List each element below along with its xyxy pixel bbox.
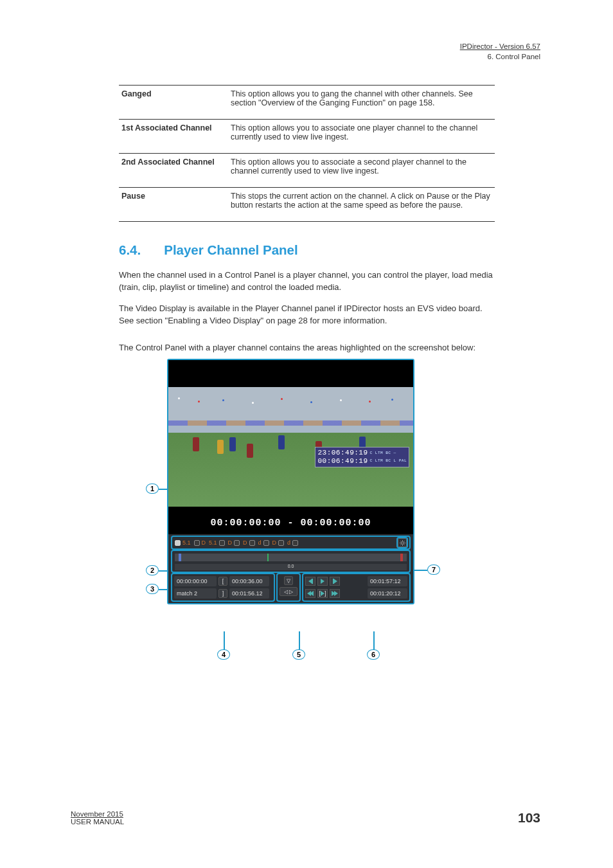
callout-2: 2 xyxy=(146,565,159,575)
opt-desc: This option allows you to gang the chann… xyxy=(228,86,495,120)
hdr-chapter: 6. Control Panel xyxy=(488,53,540,60)
clip-info-panel: 00:00:00:00 [ 00:00:36.00 match 2 ] 00:0… xyxy=(172,574,274,601)
section-number: 6.4. xyxy=(119,242,141,258)
callout-1: 1 xyxy=(146,484,159,494)
step-forward-button[interactable] xyxy=(330,577,340,586)
callout-6: 6 xyxy=(367,649,380,660)
tc-field[interactable]: 00:00:00:00 xyxy=(174,576,217,586)
callout-3: 3 xyxy=(146,584,159,594)
page-number: 103 xyxy=(518,810,540,826)
rewind-button[interactable] xyxy=(305,589,315,598)
dropdown-icon[interactable]: ▽ xyxy=(284,576,293,585)
figure-leadin: The Control Panel with a player channel … xyxy=(119,343,495,352)
audio-channels-row[interactable]: 5.1 D 5.1 D D d D d xyxy=(172,537,409,548)
in-tc-field[interactable]: 00:00:36.00 xyxy=(229,576,269,586)
audio-ch7-toggle[interactable] xyxy=(278,540,284,546)
gear-icon[interactable] xyxy=(398,538,407,547)
mark-out-indicator[interactable] xyxy=(400,554,403,561)
play-in-out-button[interactable]: [] xyxy=(317,589,328,598)
audio-ch1-toggle[interactable] xyxy=(175,540,181,546)
mark-in-button[interactable]: [ xyxy=(218,577,227,586)
mark-in-indicator[interactable] xyxy=(179,554,181,561)
page-run-header: IPDirector - Version 6.57 6. Control Pan… xyxy=(460,42,540,62)
player-figure: 1 2 3 7 4 5 6 xyxy=(119,359,495,667)
callout-4: 4 xyxy=(217,649,230,660)
out-tc-field[interactable]: 00:01:56.12 xyxy=(229,588,269,599)
transport-panel: 00:01:57:12 [] 00:01:20:12 xyxy=(303,574,409,601)
remaining-field: 00:01:20:12 xyxy=(368,588,407,599)
audio-ch3-toggle[interactable] xyxy=(219,540,225,546)
play-button[interactable] xyxy=(317,577,328,586)
opt-desc: This option allows you to associate a se… xyxy=(228,154,495,188)
video-display[interactable]: 23:06:49:19C LTM BC — 00:06:49:19C LTM B… xyxy=(168,360,413,534)
opt-desc: This option allows you to associate one … xyxy=(228,120,495,154)
step-back-button[interactable] xyxy=(305,577,315,586)
options-table: Ganged This option allows you to gang th… xyxy=(119,85,495,222)
speed-scale[interactable]: 0.0 xyxy=(175,564,407,570)
svg-point-0 xyxy=(401,542,404,545)
audio-ch4-toggle[interactable] xyxy=(234,540,240,546)
clip-name-field[interactable]: match 2 xyxy=(174,588,217,599)
audio-ch5-toggle[interactable] xyxy=(249,540,255,546)
opt-name: 2nd Associated Channel xyxy=(119,154,228,188)
opt-name: 1st Associated Channel xyxy=(119,120,228,154)
jog-panel: ▽ ◁ ▷ xyxy=(278,574,299,601)
body-para-1: When the channel used in a Control Panel… xyxy=(119,269,495,294)
callout-7: 7 xyxy=(427,565,440,575)
footer-left: November 2015 USER MANUAL xyxy=(71,810,124,826)
in-out-tc-overlay: 00:00:00:00 - 00:00:00:00 xyxy=(168,518,413,529)
playhead-indicator[interactable] xyxy=(267,554,269,561)
player-panel: 23:06:49:19C LTM BC — 00:06:49:19C LTM B… xyxy=(167,359,414,604)
mark-out-button[interactable]: ] xyxy=(218,589,227,598)
section-title: Player Channel Panel xyxy=(164,242,298,258)
audio-ch6-toggle[interactable] xyxy=(263,540,269,546)
timeline-bar[interactable] xyxy=(175,554,407,561)
fast-forward-button[interactable] xyxy=(330,589,340,598)
body-para-2: The Video Display is available in the Pl… xyxy=(119,303,495,327)
osd-timecode-box: 23:06:49:19C LTM BC — 00:06:49:19C LTM B… xyxy=(315,447,409,467)
audio-ch8-toggle[interactable] xyxy=(292,540,298,546)
jog-lr-button[interactable]: ◁ ▷ xyxy=(280,587,298,596)
opt-desc: This stops the current action on the cha… xyxy=(228,188,495,222)
opt-name: Ganged xyxy=(119,86,228,120)
callout-5: 5 xyxy=(292,649,305,660)
timeline-box[interactable]: 0.0 xyxy=(172,551,409,572)
opt-name: Pause xyxy=(119,188,228,222)
duration-field: 00:01:57:12 xyxy=(368,576,407,586)
hdr-product: IPDirector - Version 6.57 xyxy=(460,42,540,52)
audio-ch2-toggle[interactable] xyxy=(194,540,200,546)
